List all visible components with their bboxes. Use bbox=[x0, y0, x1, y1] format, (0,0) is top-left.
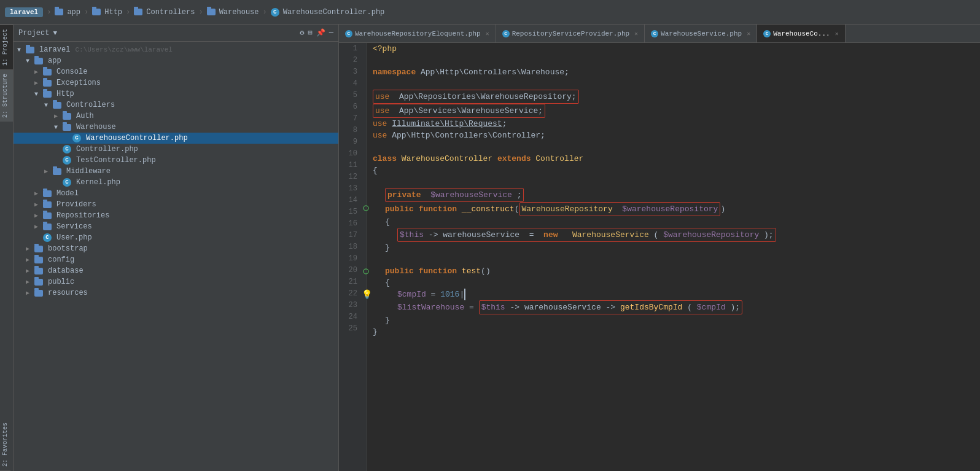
arrow-middleware: ▶ bbox=[44, 168, 50, 175]
ln2: 2 bbox=[339, 55, 361, 66]
tab3-close[interactable]: ✕ bbox=[747, 30, 750, 37]
tree-warehousecontroller[interactable]: ▶ C WarehouseController.php bbox=[14, 133, 338, 144]
sidebar-item-structure[interactable]: 2: Structure bbox=[0, 69, 13, 122]
tree-http[interactable]: ▼ Http bbox=[14, 88, 338, 99]
arrow-database: ▶ bbox=[26, 267, 32, 274]
tree-auth[interactable]: ▶ Auth bbox=[14, 111, 338, 122]
services-label: Services bbox=[56, 222, 92, 231]
settings-icon[interactable]: ⚙ bbox=[300, 28, 304, 37]
code-line-2 bbox=[373, 55, 980, 66]
tag-open: <?php bbox=[373, 43, 397, 55]
layout-icon[interactable]: ⊞ bbox=[308, 28, 313, 37]
ln4: 4 bbox=[339, 78, 361, 90]
gutter-circle-14 bbox=[363, 203, 369, 215]
panel-header-left: Project ▼ bbox=[18, 29, 57, 37]
plain-space-10b bbox=[492, 153, 497, 165]
arrow-public: ▶ bbox=[26, 278, 32, 286]
warehouse-folder-icon bbox=[63, 124, 71, 131]
tree-middleware[interactable]: ▶ Middleware bbox=[14, 166, 338, 177]
tree-public[interactable]: ▶ public bbox=[14, 276, 338, 287]
tab-warehousecontroller[interactable]: C WarehouseCo... ✕ bbox=[757, 25, 845, 42]
auth-label: Auth bbox=[76, 112, 94, 120]
tree-exceptions[interactable]: ▶ Exceptions bbox=[14, 77, 338, 88]
root-label: laravel bbox=[39, 45, 70, 54]
arrow2-22: -> bbox=[606, 303, 616, 312]
arrow-bootstrap: ▶ bbox=[26, 245, 32, 252]
tree-controllers[interactable]: ▼ Controllers bbox=[14, 99, 338, 111]
left-strip: 1: Project 2: Structure 2: Favorites bbox=[0, 25, 14, 471]
public-label: public bbox=[48, 278, 74, 286]
warehouse-label: Warehouse bbox=[76, 123, 116, 131]
paren-16: ( bbox=[654, 230, 659, 239]
controllers-folder-icon bbox=[134, 9, 142, 15]
plain-19a bbox=[414, 265, 419, 277]
kernel-label: Kernel.php bbox=[76, 178, 120, 187]
tree-bootstrap[interactable]: ▶ bootstrap bbox=[14, 243, 338, 254]
tree-console[interactable]: ▶ Console bbox=[14, 66, 338, 77]
ln14: 14 bbox=[339, 195, 361, 206]
sidebar-item-project[interactable]: 1: Project bbox=[0, 25, 13, 69]
resources-label: resources bbox=[48, 289, 88, 297]
fn-test: test bbox=[462, 265, 481, 277]
use-text-8: App\Http\Controllers\Controller; bbox=[387, 130, 545, 141]
tree-root[interactable]: ▼ laravel C:\Users\zcz\www\laravel bbox=[14, 44, 338, 55]
code-line-19: public function test () bbox=[373, 265, 980, 277]
minimize-icon[interactable]: ─ bbox=[329, 28, 333, 37]
tree-kernel[interactable]: ▶ C Kernel.php bbox=[14, 177, 338, 188]
ln21: 21 bbox=[339, 276, 361, 288]
plain-16 bbox=[562, 230, 567, 239]
tree-app[interactable]: ▼ app bbox=[14, 55, 338, 66]
tree-repositories[interactable]: ▶ Repositories bbox=[14, 210, 338, 221]
tab3-icon: C bbox=[651, 30, 658, 37]
tab1-close[interactable]: ✕ bbox=[486, 30, 489, 37]
controller-label: Controller.php bbox=[76, 145, 138, 154]
tree-warehouse[interactable]: ▼ Warehouse bbox=[14, 122, 338, 133]
user-label: User.php bbox=[56, 233, 92, 242]
tree-controller[interactable]: ▶ C Controller.php bbox=[14, 144, 338, 155]
code-line-9 bbox=[373, 141, 980, 153]
tab-warehouserepository[interactable]: C WarehouseRepositoryEloquent.php ✕ bbox=[339, 25, 496, 42]
arrow-providers: ▶ bbox=[34, 201, 41, 208]
svg-point-0 bbox=[364, 206, 368, 211]
tab4-close[interactable]: ✕ bbox=[835, 30, 839, 37]
config-label: config bbox=[48, 255, 74, 264]
gutter-circle-19 bbox=[363, 267, 369, 278]
tab4-icon: C bbox=[763, 30, 771, 37]
tree-user[interactable]: ▶ C User.php bbox=[14, 232, 338, 243]
public-folder-icon bbox=[34, 279, 43, 286]
ln12: 12 bbox=[339, 171, 361, 183]
ln10: 10 bbox=[339, 148, 361, 160]
tree-model[interactable]: ▶ Model bbox=[14, 188, 338, 199]
redbox-line5: use App\Repositories\WarehouseRepository… bbox=[373, 90, 579, 104]
top-bar: laravel › app › Http › Controllers › War… bbox=[0, 0, 980, 25]
tree-database[interactable]: ▶ database bbox=[14, 265, 338, 276]
brace-open-20: { bbox=[385, 277, 390, 289]
tab-repositoryserviceprovider[interactable]: C RepositoryServiceProvider.php ✕ bbox=[496, 25, 645, 42]
use-text-6: App\Services\WarehouseService; bbox=[394, 106, 543, 115]
ns-text: App\Http\Controllers\Warehouse; bbox=[416, 66, 569, 78]
tree-resources[interactable]: ▶ resources bbox=[14, 287, 338, 298]
tree-services[interactable]: ▶ Services bbox=[14, 221, 338, 232]
tab-warehouseservice[interactable]: C WarehouseService.php ✕ bbox=[645, 25, 757, 42]
http-folder-icon bbox=[92, 9, 101, 15]
tree-testcontroller[interactable]: ▶ C TestController.php bbox=[14, 155, 338, 166]
code-editor[interactable]: 1 2 3 4 5 6 7 8 9 10 11 12 13 14 15 16 1 bbox=[339, 43, 980, 471]
sidebar-item-favorites[interactable]: 2: Favorites bbox=[0, 419, 10, 471]
ln8: 8 bbox=[339, 125, 361, 136]
code-line-15: { bbox=[373, 216, 980, 228]
num-1016: 1016 bbox=[440, 289, 459, 300]
tab2-close[interactable]: ✕ bbox=[634, 30, 638, 37]
file-tree: ▼ laravel C:\Users\zcz\www\laravel ▼ app… bbox=[14, 42, 338, 471]
tree-config[interactable]: ▶ config bbox=[14, 254, 338, 265]
pin-icon[interactable]: 📌 bbox=[316, 28, 325, 37]
use-semi-7: ; bbox=[502, 118, 507, 130]
testcontroller-file-icon: C bbox=[63, 156, 71, 165]
kw-function-14: function bbox=[419, 203, 457, 215]
exceptions-label: Exceptions bbox=[56, 79, 101, 87]
cursor-21: | bbox=[459, 289, 465, 300]
tree-providers[interactable]: ▶ Providers bbox=[14, 199, 338, 210]
arrow-console: ▶ bbox=[34, 68, 41, 76]
brace-15: { bbox=[385, 216, 390, 228]
paren-14: ( bbox=[515, 203, 519, 215]
brace-close-24: } bbox=[373, 326, 378, 338]
